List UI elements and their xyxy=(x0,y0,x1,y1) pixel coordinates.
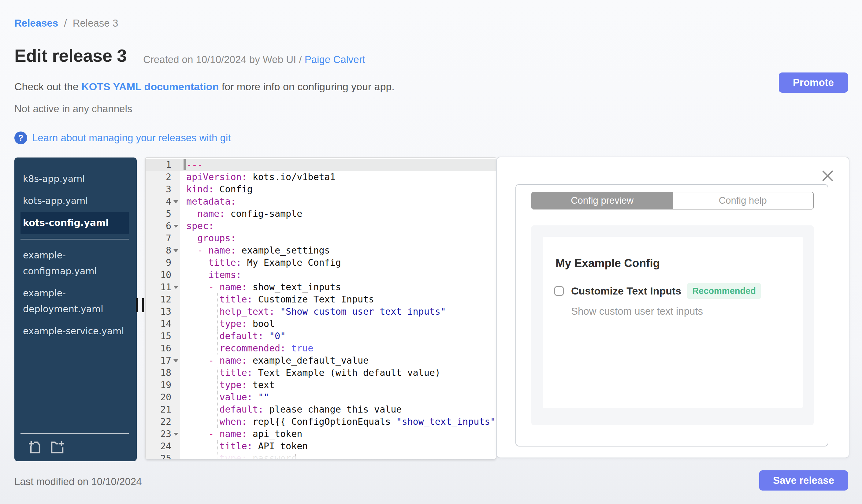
editor-line-16[interactable]: 16 recommended: true xyxy=(146,342,496,355)
fold-arrow-icon[interactable] xyxy=(173,433,178,436)
yaml-code-editor[interactable]: 1---2apiVersion: kots.io/v1beta13kind: C… xyxy=(145,158,496,459)
line-number: 9 xyxy=(146,256,180,269)
code-text: apiVersion: kots.io/v1beta1 xyxy=(180,171,496,183)
indent-guide xyxy=(217,342,218,355)
preview-tab-bar: Config preview Config help xyxy=(531,192,814,210)
code-text: title: My Example Config xyxy=(180,256,496,269)
line-number: 5 xyxy=(146,208,180,220)
editor-line-5[interactable]: 5 name: config-sample xyxy=(146,208,496,220)
sidebar-file-kots-app.yaml[interactable]: kots-app.yaml xyxy=(21,190,129,212)
breadcrumb-releases-link[interactable]: Releases xyxy=(14,17,58,29)
code-text: metadata: xyxy=(180,196,496,208)
indent-guide xyxy=(217,367,218,379)
code-text: - name: example_default_value xyxy=(180,355,496,367)
fold-arrow-icon[interactable] xyxy=(173,200,178,203)
doc-line: Check out the KOTS YAML documentation fo… xyxy=(14,80,395,93)
line-number: 12 xyxy=(146,293,180,306)
save-release-button[interactable]: Save release xyxy=(759,470,848,491)
editor-line-12[interactable]: 12 title: Customize Text Inputs xyxy=(146,293,496,306)
fold-arrow-icon[interactable] xyxy=(173,249,178,252)
indent-guide xyxy=(217,293,218,306)
editor-line-22[interactable]: 22 when: repl{{ ConfigOptionEquals "show… xyxy=(146,416,496,428)
editor-line-23[interactable]: 23 - name: api_token xyxy=(146,428,496,440)
page-title: Edit release 3 xyxy=(14,45,127,67)
code-text: items: xyxy=(180,269,496,281)
code-text: value: "" xyxy=(180,391,496,403)
fold-arrow-icon[interactable] xyxy=(173,225,178,228)
recommended-badge: Recommended xyxy=(687,283,761,299)
code-text: type: text xyxy=(180,379,496,391)
preview-content-area: My Example Config Customize Text Inputs … xyxy=(531,225,814,425)
editor-line-19[interactable]: 19 type: text xyxy=(146,379,496,391)
code-text: - name: api_token xyxy=(180,428,496,440)
line-number: 4 xyxy=(146,196,180,208)
promote-button[interactable]: Promote xyxy=(779,72,848,93)
editor-line-25[interactable]: 25 type: password xyxy=(146,452,496,459)
editor-line-10[interactable]: 10 items: xyxy=(146,269,496,281)
line-number: 24 xyxy=(146,440,180,452)
config-item-row: Customize Text Inputs Recommended xyxy=(554,283,761,299)
line-number: 1 xyxy=(146,159,180,171)
editor-line-20[interactable]: 20 value: "" xyxy=(146,391,496,403)
sidebar-file-k8s-app.yaml[interactable]: k8s-app.yaml xyxy=(21,168,129,190)
sidebar-file-example-deployment.yaml[interactable]: example-deployment.yaml xyxy=(21,282,129,320)
code-text: title: Text Example (with default value) xyxy=(180,367,496,379)
editor-line-21[interactable]: 21 default: please change this value xyxy=(146,403,496,416)
sidebar-divider xyxy=(21,239,129,239)
editor-line-1[interactable]: 1--- xyxy=(146,159,496,171)
indent-guide xyxy=(217,452,218,459)
editor-line-15[interactable]: 15 default: "0" xyxy=(146,330,496,342)
code-text: --- xyxy=(180,159,496,171)
line-number: 20 xyxy=(146,391,180,403)
editor-line-7[interactable]: 7 groups: xyxy=(146,232,496,244)
tab-config-help[interactable]: Config help xyxy=(672,193,813,209)
code-text: spec: xyxy=(180,220,496,232)
git-releases-link[interactable]: Learn about managing your releases with … xyxy=(32,132,231,144)
editor-line-18[interactable]: 18 title: Text Example (with default val… xyxy=(146,367,496,379)
sidebar-file-example-service.yaml[interactable]: example-service.yaml xyxy=(21,320,129,342)
release-editor-page: Releases / Release 3 Edit release 3 Crea… xyxy=(0,0,862,504)
sidebar-file-example-configmap.yaml[interactable]: example-configmap.yaml xyxy=(21,244,129,282)
line-number: 11 xyxy=(146,281,180,293)
code-text: - name: example_settings xyxy=(180,244,496,256)
line-number: 15 xyxy=(146,330,180,342)
editor-line-9[interactable]: 9 title: My Example Config xyxy=(146,256,496,269)
editor-line-13[interactable]: 13 help_text: "Show custom user text inp… xyxy=(146,306,496,318)
question-mark-icon: ? xyxy=(14,132,27,144)
fold-arrow-icon[interactable] xyxy=(173,286,178,289)
line-number: 25 xyxy=(146,452,180,459)
add-file-icon[interactable] xyxy=(27,440,42,455)
editor-line-14[interactable]: 14 type: bool xyxy=(146,318,496,330)
line-number: 8 xyxy=(146,244,180,256)
tab-config-preview[interactable]: Config preview xyxy=(532,193,672,209)
code-text: - name: show_text_inputs xyxy=(180,281,496,293)
line-number: 13 xyxy=(146,306,180,318)
channel-status: Not active in any channels xyxy=(14,103,132,115)
code-text: title: API token xyxy=(180,440,496,452)
indent-guide xyxy=(217,403,218,416)
editor-line-4[interactable]: 4metadata: xyxy=(146,196,496,208)
config-form: My Example Config Customize Text Inputs … xyxy=(543,237,803,408)
kots-yaml-doc-link[interactable]: KOTS YAML documentation xyxy=(81,81,219,92)
indent-guide xyxy=(217,379,218,391)
doc-suffix: for more info on configuring your app. xyxy=(219,81,395,92)
add-folder-icon[interactable] xyxy=(50,440,65,455)
editor-line-6[interactable]: 6spec: xyxy=(146,220,496,232)
editor-line-2[interactable]: 2apiVersion: kots.io/v1beta1 xyxy=(146,171,496,183)
line-number: 16 xyxy=(146,342,180,355)
editor-line-3[interactable]: 3kind: Config xyxy=(146,183,496,196)
sidebar-resize-handle[interactable] xyxy=(136,298,146,312)
editor-line-24[interactable]: 24 title: API token xyxy=(146,440,496,452)
breadcrumb-separator: / xyxy=(64,17,67,29)
customize-text-inputs-checkbox[interactable] xyxy=(554,286,564,296)
sidebar-file-kots-config.yaml[interactable]: kots-config.yaml xyxy=(21,212,129,234)
editor-line-17[interactable]: 17 - name: example_default_value xyxy=(146,355,496,367)
file-list: k8s-app.yamlkots-app.yamlkots-config.yam… xyxy=(14,158,137,342)
editor-line-11[interactable]: 11 - name: show_text_inputs xyxy=(146,281,496,293)
author-link[interactable]: Paige Calvert xyxy=(305,54,365,65)
close-icon[interactable] xyxy=(821,169,835,183)
editor-line-8[interactable]: 8 - name: example_settings xyxy=(146,244,496,256)
fold-arrow-icon[interactable] xyxy=(173,359,178,362)
indent-guide xyxy=(217,391,218,403)
code-text: default: "0" xyxy=(180,330,496,342)
